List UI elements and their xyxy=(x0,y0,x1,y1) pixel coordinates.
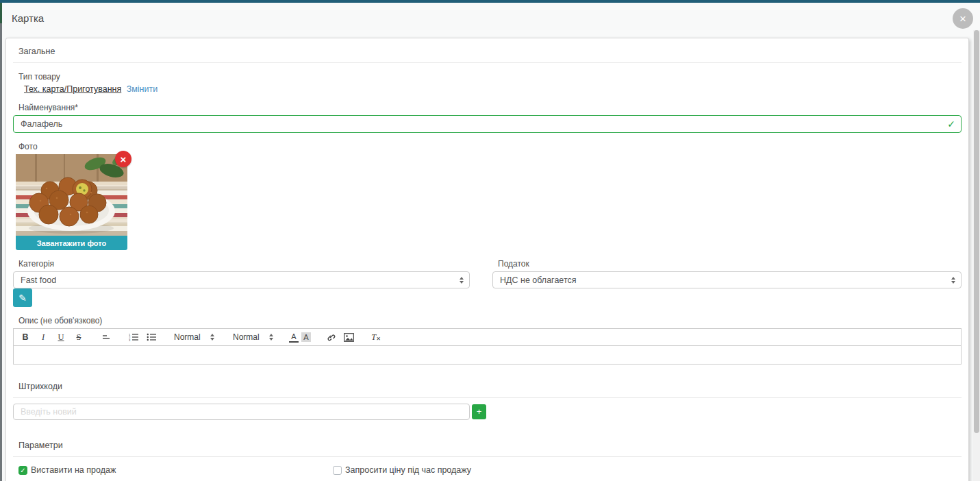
product-photo xyxy=(16,154,127,236)
link-icon[interactable] xyxy=(323,330,338,345)
size-select[interactable]: Normal xyxy=(171,330,218,345)
description-editor[interactable] xyxy=(13,345,962,365)
select-arrows-icon xyxy=(951,277,955,284)
photo-label: Фото xyxy=(18,142,962,151)
checkbox-label: Запросити ціну під час продажу xyxy=(345,465,471,475)
category-label: Категорія xyxy=(18,259,470,269)
product-type-label: Тип товару xyxy=(18,72,962,82)
header-select-value: Normal xyxy=(233,332,260,342)
blockquote-icon[interactable] xyxy=(99,330,114,345)
add-barcode-button[interactable]: + xyxy=(472,404,486,419)
close-icon[interactable]: × xyxy=(953,8,973,29)
bullet-list-icon[interactable] xyxy=(144,330,159,345)
rich-text-toolbar: B I U S 123 Normal Normal A A xyxy=(13,328,962,346)
underline-icon[interactable]: U xyxy=(53,330,68,345)
name-input[interactable] xyxy=(13,115,962,133)
section-heading-general: Загальне xyxy=(13,45,962,62)
checkbox-icon: ✓ xyxy=(18,466,27,475)
select-arrows-icon xyxy=(210,334,214,341)
photo-block: × Завантажити фото xyxy=(16,154,127,250)
checkbox-ask-price[interactable]: Запросити ціну під час продажу xyxy=(333,465,471,475)
top-accent-bar xyxy=(0,0,980,3)
modal-title: Картка xyxy=(12,12,44,24)
edit-category-icon[interactable]: ✎ xyxy=(13,288,32,307)
product-card-panel: Загальне Тип товару Тех. карта/Приготува… xyxy=(5,38,969,481)
tax-value: НДС не облагается xyxy=(500,275,951,285)
product-type-value[interactable]: Тех. карта/Приготування xyxy=(24,84,121,94)
background-page-sliver xyxy=(0,3,2,481)
ordered-list-icon[interactable]: 123 xyxy=(126,330,141,345)
header-select[interactable]: Normal xyxy=(230,330,277,345)
strikethrough-icon[interactable]: S xyxy=(71,330,86,345)
checkbox-sell-on-sale[interactable]: ✓ Виставити на продаж xyxy=(18,465,333,475)
description-label: Опис (не обов'язково) xyxy=(18,316,962,325)
checkbox-icon xyxy=(333,466,342,475)
scrollbar-thumb[interactable] xyxy=(974,30,979,433)
tax-select[interactable]: НДС не облагается xyxy=(492,271,962,288)
text-color-icon[interactable]: A xyxy=(289,332,299,343)
select-arrows-icon xyxy=(269,334,273,341)
barcode-input[interactable] xyxy=(13,404,470,420)
category-select[interactable]: Fast food xyxy=(13,271,470,288)
name-label: Найменування* xyxy=(18,103,962,112)
italic-icon[interactable]: I xyxy=(36,330,51,345)
select-arrows-icon xyxy=(460,277,464,284)
section-heading-parameters: Параметри xyxy=(13,439,962,456)
divider xyxy=(13,62,962,63)
checkbox-label: Виставити на продаж xyxy=(31,465,116,475)
svg-text:3: 3 xyxy=(129,338,131,342)
background-color-icon[interactable]: A xyxy=(301,332,311,342)
delete-photo-icon[interactable]: × xyxy=(115,151,131,167)
section-heading-barcodes: Штрихкоди xyxy=(13,380,962,397)
image-icon[interactable] xyxy=(341,330,356,345)
size-select-value: Normal xyxy=(174,332,201,342)
tax-label: Податок xyxy=(498,259,962,269)
change-type-link[interactable]: Змінити xyxy=(127,84,158,94)
bold-icon[interactable]: B xyxy=(18,330,33,345)
divider xyxy=(13,397,962,398)
valid-check-icon: ✓ xyxy=(947,119,955,130)
clear-format-icon[interactable]: T✕ xyxy=(368,330,384,345)
upload-photo-button[interactable]: Завантажити фото xyxy=(16,236,127,250)
scrollbar-track[interactable] xyxy=(973,30,980,481)
divider xyxy=(13,456,962,457)
category-value: Fast food xyxy=(21,275,460,285)
